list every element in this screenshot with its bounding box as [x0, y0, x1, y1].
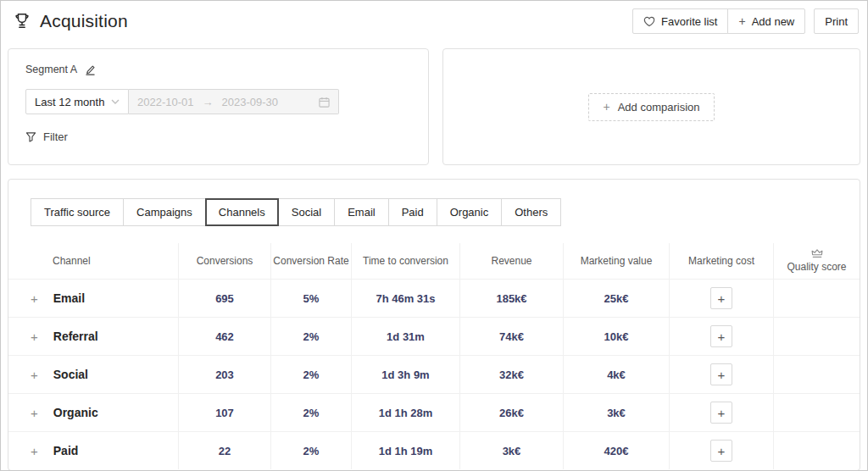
- conversions-value: 203: [215, 368, 234, 381]
- conversions-value: 695: [215, 292, 234, 305]
- revenue-value: 26k€: [499, 407, 524, 419]
- add-comparison-button[interactable]: + Add comparision: [588, 93, 714, 121]
- quality-score-cell: [773, 356, 860, 393]
- filter-button[interactable]: Filter: [25, 130, 68, 143]
- time-to-conversion-value: 1d 3h 9m: [381, 368, 429, 381]
- channel-name: Social: [53, 368, 88, 381]
- time-to-conversion-value: 1d 31m: [387, 330, 425, 343]
- conversions-value: 22: [219, 445, 231, 457]
- add-marketing-cost-button[interactable]: +: [710, 325, 732, 347]
- col-header-revenue: Revenue: [459, 243, 563, 279]
- quality-score-cell: [773, 280, 860, 317]
- tab-organic[interactable]: Organic: [437, 198, 503, 226]
- calendar-icon: [319, 97, 330, 108]
- expand-row-icon[interactable]: +: [31, 368, 38, 381]
- filter-funnel-icon: [25, 131, 36, 142]
- page-title: Acquisition: [40, 11, 128, 31]
- plus-icon: +: [738, 15, 745, 27]
- add-marketing-cost-button[interactable]: +: [710, 402, 732, 424]
- header-actions: Favorite list + Add new: [632, 8, 805, 34]
- channel-name: Paid: [53, 444, 79, 457]
- revenue-value: 74k€: [499, 330, 524, 343]
- filter-panels: Segment A Last 12 month 2022-10-01 → 202…: [8, 48, 860, 165]
- marketing-value-value: 25k€: [604, 292, 629, 305]
- add-marketing-cost-button[interactable]: +: [710, 287, 732, 309]
- filter-label: Filter: [43, 130, 68, 143]
- channel-tabs: Traffic source Campaigns Channels Social…: [31, 198, 860, 226]
- add-marketing-cost-button[interactable]: +: [710, 440, 732, 462]
- edit-pencil-icon[interactable]: [85, 64, 96, 75]
- revenue-value: 185k€: [496, 292, 526, 305]
- col-header-conversion-rate: Conversion Rate: [270, 243, 351, 279]
- add-new-label: Add new: [752, 15, 795, 28]
- date-range-input[interactable]: 2022-10-01 → 2023-09-30: [129, 89, 339, 114]
- add-new-button[interactable]: + Add new: [727, 8, 805, 34]
- date-start-value: 2022-10-01: [137, 96, 194, 108]
- revenue-value: 3k€: [503, 445, 521, 457]
- tab-social[interactable]: Social: [278, 198, 335, 226]
- col-header-quality-score: Quality score: [773, 243, 860, 279]
- table-row: + Social 203 2% 1d 3h 9m 32k€ 4k€ +: [8, 355, 860, 393]
- conversion-rate-value: 5%: [303, 292, 320, 305]
- table-header-row: Channel Conversions Conversion Rate Time…: [8, 243, 860, 279]
- col-header-marketing-cost: Marketing cost: [669, 243, 773, 279]
- channel-name: Organic: [53, 406, 98, 419]
- expand-row-icon[interactable]: +: [31, 292, 38, 305]
- time-to-conversion-value: 1d 1h 28m: [379, 407, 433, 419]
- conversion-rate-value: 2%: [303, 407, 320, 419]
- table-row: + Referral 462 2% 1d 31m 74k€ 10k€ +: [8, 317, 860, 355]
- conversion-rate-value: 2%: [303, 330, 320, 343]
- tab-campaigns[interactable]: Campaigns: [123, 198, 206, 226]
- acquisition-table-panel: Traffic source Campaigns Channels Social…: [8, 179, 860, 471]
- tab-email[interactable]: Email: [334, 198, 389, 226]
- expand-row-icon[interactable]: +: [31, 330, 38, 343]
- col-header-time-to-conversion: Time to conversion: [351, 243, 459, 279]
- time-to-conversion-value: 7h 46m 31s: [376, 292, 435, 305]
- conversions-value: 462: [215, 330, 234, 343]
- trophy-icon: [13, 12, 31, 30]
- tab-channels[interactable]: Channels: [205, 198, 279, 226]
- quality-score-label: Quality score: [787, 261, 846, 273]
- table-row: + Paid 22 2% 1d 1h 19m 3k€ 420€ +: [8, 431, 860, 469]
- quality-score-cell: [773, 318, 860, 355]
- expand-row-icon[interactable]: +: [31, 407, 38, 419]
- add-marketing-cost-button[interactable]: +: [710, 363, 732, 385]
- heart-icon: [643, 16, 655, 27]
- add-comparison-label: Add comparision: [618, 101, 700, 114]
- favorite-list-label: Favorite list: [661, 15, 717, 28]
- segment-panel: Segment A Last 12 month 2022-10-01 → 202…: [8, 48, 429, 165]
- comparison-panel: + Add comparision: [442, 48, 860, 165]
- quality-score-cell: [773, 394, 860, 431]
- channel-name: Referral: [53, 330, 98, 343]
- chevron-down-icon: [111, 99, 120, 104]
- date-end-value: 2023-09-30: [222, 96, 279, 108]
- table-row: + Email 695 5% 7h 46m 31s 185k€ 25k€ +: [8, 279, 860, 317]
- segment-name: Segment A: [25, 64, 77, 75]
- time-to-conversion-value: 1d 1h 19m: [379, 445, 433, 457]
- channel-name: Email: [53, 291, 85, 305]
- col-header-conversions: Conversions: [178, 243, 270, 279]
- col-header-channel: Channel: [8, 243, 178, 279]
- col-header-marketing-value: Marketing value: [563, 243, 669, 279]
- period-select-value: Last 12 month: [35, 96, 104, 108]
- print-button[interactable]: Print: [814, 8, 859, 34]
- table-row: + Organic 107 2% 1d 1h 28m 26k€ 3k€ +: [8, 393, 860, 431]
- tab-others[interactable]: Others: [501, 198, 561, 226]
- top-bar: Acquisition Favorite list + Add new Prin…: [1, 1, 867, 42]
- print-label: Print: [825, 15, 848, 28]
- tab-traffic-source[interactable]: Traffic source: [31, 198, 124, 226]
- marketing-value-value: 420€: [604, 445, 629, 457]
- channels-table: Channel Conversions Conversion Rate Time…: [8, 243, 860, 469]
- revenue-value: 32k€: [499, 368, 524, 381]
- arrow-right-icon: →: [203, 96, 214, 108]
- crown-icon: [811, 249, 823, 258]
- plus-icon: +: [603, 101, 609, 113]
- period-select[interactable]: Last 12 month: [25, 89, 129, 114]
- favorite-list-button[interactable]: Favorite list: [632, 8, 728, 34]
- marketing-value-value: 4k€: [607, 368, 626, 381]
- expand-row-icon[interactable]: +: [31, 445, 38, 457]
- tab-paid[interactable]: Paid: [388, 198, 437, 226]
- conversions-value: 107: [215, 407, 234, 419]
- quality-score-cell: [773, 432, 860, 469]
- conversion-rate-value: 2%: [303, 445, 320, 457]
